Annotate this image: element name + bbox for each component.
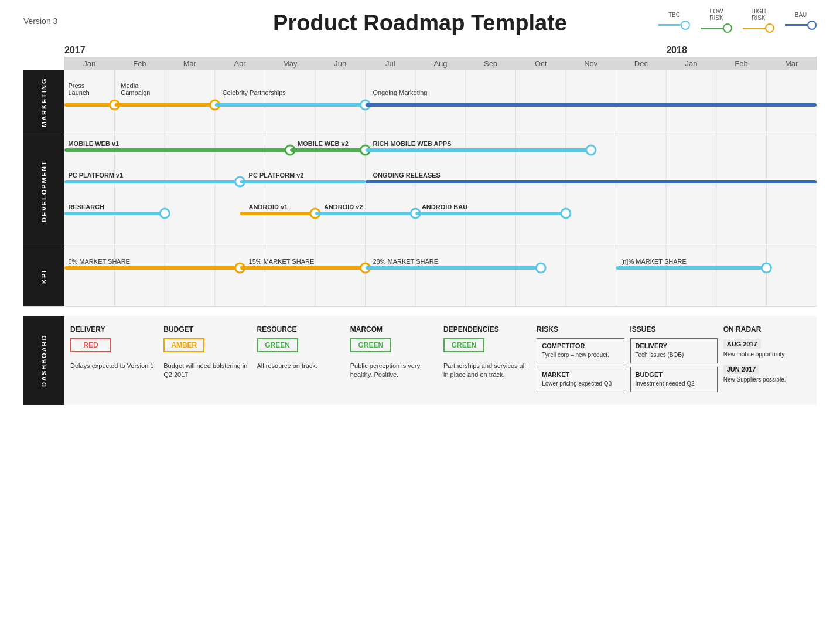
kpi-gantt: 5% MARKET SHARE 15% MARKET SHARE 28% MAR… bbox=[64, 247, 817, 306]
year-2017-label: 2017 bbox=[64, 45, 86, 56]
legend-high-risk: HIGHRISK bbox=[743, 8, 774, 33]
month-jan18: Jan bbox=[666, 59, 716, 68]
rich-mobile-label: RICH MOBILE WEB APPS bbox=[373, 140, 451, 147]
marketing-label: MARKETING bbox=[23, 70, 64, 135]
risks-market-title: MARKET bbox=[542, 371, 619, 378]
celebrity-bar bbox=[215, 103, 366, 107]
delivery-status: RED bbox=[70, 338, 111, 352]
research-label: RESEARCH bbox=[68, 203, 104, 210]
delivery-title: DELIVERY bbox=[70, 325, 158, 333]
mobile-web-v2-label: MOBILE WEB v2 bbox=[298, 140, 349, 147]
kpi-28pct-label: 28% MARKET SHARE bbox=[373, 258, 438, 265]
risks-box-competitor: COMPETITOR Tyrell corp – new product. bbox=[537, 338, 624, 363]
marketing-gantt: Press Launch Media Campaign Celebrity Pa… bbox=[64, 70, 817, 135]
pc-platform-v1-bar bbox=[64, 180, 240, 183]
kpi-15pct-bar bbox=[240, 266, 366, 270]
legend-tbc-label: TBC bbox=[668, 12, 680, 18]
month-feb17: Feb bbox=[115, 59, 165, 68]
on-radar-aug2017-date: AUG 2017 bbox=[723, 339, 761, 349]
dependencies-text: Partnerships and services all in place a… bbox=[443, 362, 531, 380]
marcom-title: MARCOM bbox=[350, 325, 438, 333]
ongoing-marketing-label: Ongoing Marketing bbox=[373, 89, 427, 96]
legend-bau: BAU bbox=[785, 12, 817, 30]
android-v2-label: ANDROID v2 bbox=[324, 203, 363, 210]
rich-mobile-bar bbox=[366, 148, 591, 152]
dependencies-status: GREEN bbox=[443, 338, 484, 352]
risks-market-text: Lower pricing expected Q3 bbox=[542, 380, 619, 388]
legend-low-risk-label: LOWRISK bbox=[709, 8, 723, 21]
dashboard-section: DASHBOARD DELIVERY RED Delays expected t… bbox=[23, 316, 817, 405]
header: Version 3 Product Roadmap Template TBC L… bbox=[0, 0, 840, 42]
press-launch-label-line2: Launch bbox=[68, 89, 89, 96]
kpi-section: KPI 5% MARKET SHARE bbox=[23, 247, 817, 307]
budget-status: AMBER bbox=[163, 338, 204, 352]
press-launch-label-line1: Press bbox=[68, 82, 85, 89]
kpi-content: 5% MARKET SHARE 15% MARKET SHARE 28% MAR… bbox=[64, 247, 817, 306]
pc-platform-v1-label: PC PLATFORM v1 bbox=[68, 172, 123, 179]
month-oct17: Oct bbox=[515, 59, 566, 68]
months-row: Jan Feb Mar Apr May Jun Jul Aug Sep Oct … bbox=[64, 57, 817, 70]
dashboard-on-radar: ON RADAR AUG 2017 New mobile opportunity… bbox=[723, 325, 811, 396]
kpi-15pct-label: 15% MARKET SHARE bbox=[249, 258, 315, 265]
android-v1-bar bbox=[240, 212, 315, 215]
risks-box-market: MARKET Lower pricing expected Q3 bbox=[537, 367, 624, 392]
android-v2-bar bbox=[315, 212, 415, 215]
risks-competitor-text: Tyrell corp – new product. bbox=[542, 351, 619, 359]
month-jul17: Jul bbox=[366, 59, 416, 68]
development-content: MOBILE WEB v1 MOBILE WEB v2 RICH MOBILE … bbox=[64, 135, 817, 247]
development-section: DEVELOPMENT MOBILE WEB v1 bbox=[23, 135, 817, 247]
month-apr17: Apr bbox=[215, 59, 265, 68]
issues-delivery-title: DELIVERY bbox=[636, 342, 712, 349]
kpi-npct-label: [n]% MARKET SHARE bbox=[621, 258, 687, 265]
kpi-28pct-bar bbox=[366, 266, 541, 270]
on-radar-title: ON RADAR bbox=[723, 325, 811, 333]
mobile-web-v1-label: MOBILE WEB v1 bbox=[68, 140, 119, 147]
research-milestone bbox=[160, 209, 169, 218]
resource-title: RESOURCE bbox=[257, 325, 344, 333]
ongoing-releases-bar bbox=[366, 180, 817, 183]
version-label: Version 3 bbox=[23, 16, 57, 26]
kpi-5pct-label: 5% MARKET SHARE bbox=[68, 258, 130, 265]
risks-title: RISKS bbox=[537, 325, 624, 333]
legend-high-risk-label: HIGHRISK bbox=[752, 8, 766, 21]
dashboard-risks: RISKS COMPETITOR Tyrell corp – new produ… bbox=[537, 325, 624, 396]
on-radar-jun2017-text: New Suppliers possible. bbox=[723, 376, 811, 384]
dashboard-issues: ISSUES DELIVERY Tech issues (BOB) BUDGET… bbox=[630, 325, 718, 396]
issues-title: ISSUES bbox=[630, 325, 718, 333]
dashboard-resource: RESOURCE GREEN All resource on track. bbox=[257, 325, 344, 396]
pc-platform-v2-label: PC PLATFORM v2 bbox=[249, 172, 304, 179]
ongoing-releases-label: ONGOING RELEASES bbox=[373, 172, 441, 179]
on-radar-jun2017: JUN 2017 New Suppliers possible. bbox=[723, 363, 811, 384]
legend-low-risk: LOWRISK bbox=[701, 8, 732, 33]
dashboard-label: DASHBOARD bbox=[23, 316, 64, 405]
dashboard-marcom: MARCOM GREEN Public perception is very h… bbox=[350, 325, 438, 396]
month-dec17: Dec bbox=[616, 59, 667, 68]
budget-text: Budget will need bolstering in Q2 2017 bbox=[163, 362, 251, 380]
research-bar bbox=[64, 212, 165, 215]
pc-platform-v2-bar bbox=[240, 180, 366, 183]
risks-competitor-title: COMPETITOR bbox=[542, 342, 619, 349]
on-radar-aug2017-text: New mobile opportunity bbox=[723, 350, 811, 359]
marketing-content: Press Launch Media Campaign Celebrity Pa… bbox=[64, 70, 817, 135]
issues-delivery-text: Tech issues (BOB) bbox=[636, 351, 712, 359]
on-radar-aug2017: AUG 2017 New mobile opportunity bbox=[723, 338, 811, 359]
month-aug17: Aug bbox=[415, 59, 466, 68]
budget-title: BUDGET bbox=[163, 325, 251, 333]
on-radar-jun2017-date: JUN 2017 bbox=[723, 365, 760, 374]
month-jun17: Jun bbox=[315, 59, 366, 68]
month-mar18: Mar bbox=[766, 59, 817, 68]
resource-text: All resource on track. bbox=[257, 362, 344, 370]
main-content: 2017 2018 Jan Feb Mar Apr May Jun Jul Au… bbox=[0, 42, 840, 405]
celebrity-label: Celebrity Partnerships bbox=[223, 89, 286, 96]
dashboard-delivery: DELIVERY RED Delays expected to Version … bbox=[70, 325, 158, 396]
rich-mobile-milestone bbox=[586, 145, 596, 155]
android-bau-label: ANDROID BAU bbox=[422, 203, 467, 210]
dashboard-budget: BUDGET AMBER Budget will need bolstering… bbox=[163, 325, 251, 396]
year-2017: 2017 bbox=[64, 45, 666, 56]
android-bau-milestone bbox=[561, 209, 571, 218]
development-label: DEVELOPMENT bbox=[23, 135, 64, 247]
marcom-status: GREEN bbox=[350, 338, 391, 352]
development-gantt: MOBILE WEB v1 MOBILE WEB v2 RICH MOBILE … bbox=[64, 135, 817, 247]
kpi-28pct-milestone bbox=[536, 263, 545, 273]
dashboard-dependencies: DEPENDENCIES GREEN Partnerships and serv… bbox=[443, 325, 531, 396]
